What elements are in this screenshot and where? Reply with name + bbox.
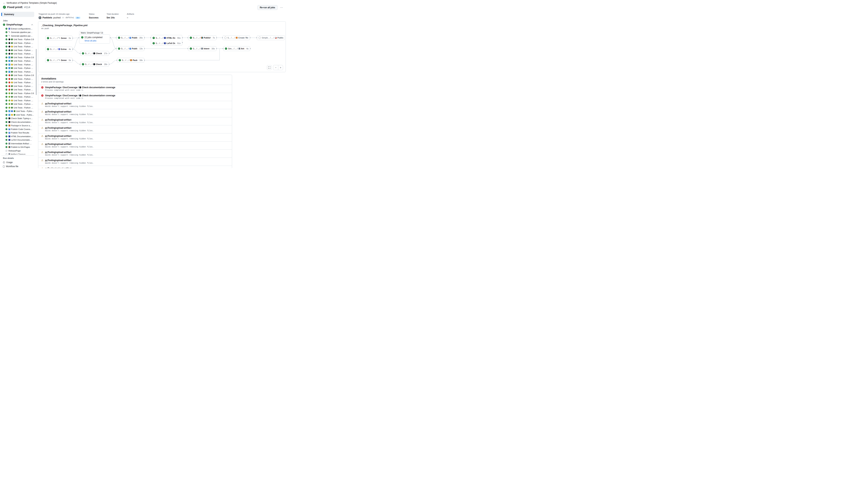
sidebar-job-item[interactable]: Extract configurations from p... [1,27,34,31]
sidebar-job-item[interactable]: Unit Tests - Python 3.9 [1,38,34,41]
sidebar-job-item[interactable]: Unit Tests - Python 3.9 [1,74,34,77]
sidebar-job-item[interactable]: Unit Tests - Python 3.10 [1,41,34,45]
sidebar-job-item[interactable]: Unit Tests - Python 3.9 [1,56,34,59]
sidebar-job-item[interactable]: Unit Tests - Python 3.12 [1,110,34,113]
fullscreen-button[interactable] [267,65,272,70]
graph-node-release[interactable]: S... / ... /Create 'Release Pa... [223,35,250,40]
sidebar-job-item[interactable]: Publish Code Coverage Results [1,127,34,131]
actor-name[interactable]: Paebbels [43,16,52,19]
graph-node-checkstatic[interactable]: S... / ... /Check Static Ty...17s [80,51,109,56]
annotation-title: pyTooling/upload-artifact [45,118,94,121]
graph-node-pubtest[interactable]: S... / ... /Publish Test Re...13s [116,46,144,51]
sidebar-job-item[interactable]: Unit Tests - Python 3.9 [1,91,34,95]
annotation-detail: macOS doesn't support removing hidden fi… [45,105,94,107]
graph-node-extract[interactable]: S... / ... /Extract configur...4s [45,47,72,52]
back-arrow-icon[interactable]: ← [3,1,5,4]
linux-icon [9,46,10,47]
success-icon [82,52,84,55]
show-all-jobs-link[interactable]: Show all jobs [85,40,108,42]
sidebar-workflow-simplepackage[interactable]: SimplePackage [1,23,34,27]
apple-green-icon [9,96,10,98]
sidebar-job-item[interactable]: Unit Tests - Python 3.11 [1,99,34,102]
annotations-title: Annotations [41,77,229,80]
avatar[interactable] [39,16,41,19]
sidebar-job-item[interactable]: Unit Tests - Python 3.13 [1,70,34,74]
graph-node-intermediate[interactable]: S... / ... /Intermediate A...16s [188,46,216,51]
annotation-title: pyTooling/upload-artifact [45,102,94,105]
run-summary: Triggered via push 13 minutes ago Paebbe… [38,13,286,19]
success-icon [5,117,8,119]
sidebar-job-item[interactable]: Check Static Typing using Pyt... [1,117,34,120]
job-label: Unit Tests - Python 3.10 [14,96,34,98]
error-icon: × [41,95,43,97]
matrix-node[interactable]: 22 jobs completedShow all jobs [79,34,110,44]
zoom-out-button[interactable]: − [273,65,278,70]
sidebar-job-item[interactable]: Publish Test Results [1,131,34,135]
branch-badge[interactable]: dev [75,17,81,19]
annotation-detail: macOS doesn't support removing hidden fi… [45,146,94,148]
sidebar-job-item[interactable]: Unit Tests - Python 3.12 [1,48,34,52]
sidebar-job-item[interactable]: Unit Tests - Python 3.12 [1,102,34,106]
warning-icon: ⚠ [41,135,43,140]
graph-node-pubgh[interactable]: S... / ... /Publish to GH-P...7s [188,35,216,40]
kebab-menu-icon[interactable]: ⋯ [280,5,284,10]
success-icon [5,128,8,130]
snake-icon [11,92,13,94]
annotation-title: pyTooling/upload-artifact [45,167,94,168]
graph-node-package[interactable]: S... / ... /Package in Sou...18s [117,58,144,62]
sidebar-job-item[interactable]: Generate pipeline parameters [1,34,34,38]
chevron-up-icon[interactable] [31,24,33,26]
annotation-title: SimplePackage / DocCoverage /Check docum… [45,86,115,89]
sidebar-job-item[interactable]: Generate pipeline parameters [1,31,34,34]
sidebar-item-usage[interactable]: Usage [1,160,34,164]
sidebar-job-item[interactable]: Unit Tests - Python 3.10 [1,77,34,81]
job-label: Unit Tests - Python 3.11 [14,63,34,66]
zoom-in-button[interactable]: + [278,65,283,70]
sidebar-job-item[interactable]: Unit Tests - Python 3.12 [1,67,34,70]
sidebar-job-item[interactable]: Unit Tests - Python 3.12 [1,84,34,88]
sidebar-item-summary[interactable]: Summary [1,12,34,17]
graph-node-pypi[interactable]: Simple... / ... /Publish to PyPI [257,35,285,40]
linux-icon [9,39,10,40]
sidebar-job-item[interactable]: HTML Documentation using ... [1,134,34,138]
success-icon [190,37,192,39]
apple-icon [9,89,10,90]
sidebar-job-item[interactable]: Unit Tests - Python 3.11 [1,45,34,48]
sidebar-job-item[interactable]: ReleasePage [1,149,34,153]
workflow-graph[interactable]: S... / ... /Generate pipelin...0sS... / … [38,30,286,69]
sidebar-job-item[interactable]: LaTeX Documentation using ... [1,138,34,142]
success-icon [5,46,8,47]
sidebar-job-item[interactable]: Unit Tests - Python 3.10 [1,59,34,63]
sidebar-job-item[interactable]: Unit Tests - Python 3.13 [1,52,34,56]
sidebar-item-workflow-file[interactable]: Workflow file [1,164,34,168]
success-icon [5,110,8,112]
commit-hash[interactable]: d0f07e1 [66,17,74,19]
sidebar-job-item[interactable]: Artifact Cleanup [1,153,34,155]
sidebar-job-item[interactable]: Intermediate Artifact Cleanup [1,142,34,145]
job-label: LaTeX Documentation using ... [11,139,33,141]
sidebar-job-item[interactable]: Unit Tests - Python 3.11 [1,81,34,85]
graph-node[interactable]: S... / ... /HTML Docume...55s [151,35,182,41]
annotation-error-row: ×SimplePackage / DocCoverage /Check docu… [38,93,232,101]
sidebar-job-item[interactable]: Unit Tests - Python 3.12 [1,113,34,117]
annotation-warning-row: ⚠pyTooling/upload-artifactmacOS doesn't … [38,125,232,133]
graph-node-gen2[interactable]: S... / ... /Generate pipelin...0s [45,58,72,62]
rerun-all-jobs-button[interactable]: Re-run all jobs [257,5,277,10]
sidebar-job-item[interactable]: Unit Tests - Python 3.11 [1,63,34,67]
sidebar-job-item[interactable]: Unit Tests - Python 3.13 [1,88,34,92]
graph-node-pubcode[interactable]: S... / ... /Publish Code C...20s [116,35,144,40]
graph-node-checkdoc[interactable]: S... / ... /Check docume...18s [80,62,109,67]
sidebar-job-item[interactable]: Check documentation covera... [1,120,34,124]
duration-label: Total duration [106,13,119,15]
package-icon [9,125,10,127]
sidebar-job-item[interactable]: Unit Tests - Python 3.10 [1,95,34,99]
sidebar-job-item[interactable]: Unit Tests - Python 3.13 [1,106,34,110]
sidebar-job-item[interactable]: Publish to GH-Pages [1,145,34,149]
graph-node[interactable]: S... / ... /LaTeX Docume...51s [151,41,182,46]
graph-node-artifactclean[interactable]: Sim... / ... /Artifact Cleanup4s [223,46,250,51]
success-icon [5,60,8,62]
breadcrumb-label[interactable]: Verification of Pipeline Templates (Simp… [6,2,57,4]
success-icon [47,37,49,39]
sidebar-job-item[interactable]: Package in Source and Wheel... [1,124,34,128]
graph-node-gen1[interactable]: S... / ... /Generate pipelin...0s [45,36,72,41]
